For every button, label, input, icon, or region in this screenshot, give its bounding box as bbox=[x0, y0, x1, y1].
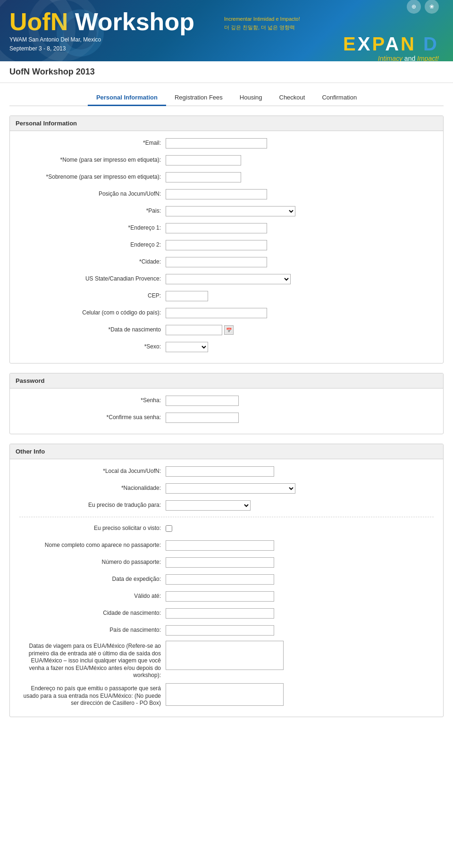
celular-input[interactable] bbox=[166, 308, 267, 318]
pais-label: *Pais: bbox=[19, 207, 166, 215]
cidade-nascimento-label: Cidade de nascimento: bbox=[19, 610, 166, 617]
pais-nascimento-row: País de nascimento: bbox=[19, 624, 434, 637]
page-title: UofN Workshop 2013 bbox=[0, 61, 453, 83]
data-expedicao-input[interactable] bbox=[166, 574, 274, 585]
nome-input[interactable] bbox=[166, 155, 241, 165]
pais-row: *Pais: bbox=[19, 205, 434, 218]
senha-row: *Senha: bbox=[19, 394, 434, 407]
other-info-header: Other Info bbox=[10, 444, 443, 459]
visto-checkbox[interactable] bbox=[166, 525, 172, 532]
endereco2-row: Endereço 2: bbox=[19, 239, 434, 252]
local-jocum-label: *Local da Jocum/UofN: bbox=[19, 468, 166, 475]
email-label: *Email: bbox=[19, 140, 166, 147]
cep-label: CEP: bbox=[19, 292, 166, 300]
numero-passaporte-row: Número do passaporte: bbox=[19, 556, 434, 569]
posicao-row: Posição na Jocum/UofN: bbox=[19, 188, 434, 201]
cidade-row: *Cidade: bbox=[19, 256, 434, 269]
endereco1-row: *Endereço 1: bbox=[19, 222, 434, 235]
us-state-row: US State/Canadian Provence: bbox=[19, 273, 434, 286]
sobrenome-row: *Sobrenome (para ser impresso em etiquet… bbox=[19, 171, 434, 184]
nome-passaporte-row: Nome completo como aparece no passaporte… bbox=[19, 539, 434, 552]
cep-row: CEP: bbox=[19, 289, 434, 303]
tab-personal-information[interactable]: Personal Information bbox=[88, 90, 166, 106]
password-header: Password bbox=[10, 373, 443, 389]
data-expedicao-label: Data de expedição: bbox=[19, 576, 166, 583]
sexo-select[interactable] bbox=[166, 342, 208, 352]
personal-information-section: Personal Information *Email: *Nome (para… bbox=[9, 116, 444, 364]
traducao-select[interactable] bbox=[166, 500, 251, 511]
celular-label: Celular (com o código do país): bbox=[19, 309, 166, 317]
endereco-passaporte-label: Endereço no país que emitiu o passaporte… bbox=[19, 683, 166, 707]
visto-label: Eu preciso solicitar o visto: bbox=[19, 525, 166, 532]
cidade-label: *Cidade: bbox=[19, 258, 166, 266]
nome-row: *Nome (para ser impresso em etiqueta): bbox=[19, 154, 434, 167]
cidade-nascimento-input[interactable] bbox=[166, 608, 274, 619]
data-nascimento-row: *Data de nascimento 📅 bbox=[19, 323, 434, 337]
valido-ate-input[interactable] bbox=[166, 591, 274, 602]
confirme-senha-row: *Confirme sua senha: bbox=[19, 411, 434, 424]
endereco1-label: *Endereço 1: bbox=[19, 224, 166, 232]
tab-housing[interactable]: Housing bbox=[231, 90, 271, 106]
data-nascimento-label: *Data de nascimento bbox=[19, 326, 166, 334]
tabs-nav: Personal Information Registration Fees H… bbox=[9, 83, 444, 106]
password-section: Password *Senha: *Confirme sua senha: bbox=[9, 373, 444, 434]
calendar-icon: 📅 bbox=[226, 328, 232, 333]
confirme-senha-label: *Confirme sua senha: bbox=[19, 414, 166, 422]
pais-nascimento-input[interactable] bbox=[166, 625, 274, 636]
nacionalidade-label: *Nacionalidade: bbox=[19, 485, 166, 492]
section-separator bbox=[19, 517, 434, 517]
personal-info-header: Personal Information bbox=[10, 116, 443, 131]
cidade-input[interactable] bbox=[166, 257, 267, 267]
data-nascimento-input[interactable] bbox=[166, 325, 222, 335]
banner-tagline-korean: 더 깊은 친밀함, 더 넓은 영향력 bbox=[224, 24, 439, 31]
visto-row: Eu preciso solicitar o visto: bbox=[19, 522, 434, 535]
posicao-input[interactable] bbox=[166, 189, 267, 199]
us-state-select[interactable] bbox=[166, 274, 291, 284]
email-input[interactable] bbox=[166, 138, 267, 149]
banner-expand: EXPAN D bbox=[343, 33, 439, 54]
tab-confirmation[interactable]: Confirmation bbox=[313, 90, 365, 106]
datas-viagem-textarea[interactable] bbox=[166, 641, 284, 670]
endereco2-label: Endereço 2: bbox=[19, 241, 166, 249]
senha-label: *Senha: bbox=[19, 397, 166, 405]
banner: UofN Workshop YWAM San Antonio Del Mar, … bbox=[0, 0, 453, 61]
cep-input[interactable] bbox=[166, 291, 208, 301]
nacionalidade-row: *Nacionalidade: bbox=[19, 482, 434, 495]
traducao-row: Eu preciso de tradução para: bbox=[19, 499, 434, 512]
nacionalidade-select[interactable] bbox=[166, 483, 295, 494]
data-expedicao-row: Data de expedição: bbox=[19, 573, 434, 586]
nome-passaporte-label: Nome completo como aparece no passaporte… bbox=[19, 542, 166, 549]
senha-input[interactable] bbox=[166, 396, 239, 406]
valido-ate-label: Válido até: bbox=[19, 593, 166, 600]
valido-ate-row: Válido até: bbox=[19, 590, 434, 603]
traducao-label: Eu preciso de tradução para: bbox=[19, 502, 166, 509]
banner-slogan: Intimacy and Impact! bbox=[224, 55, 439, 62]
sexo-label: *Sexo: bbox=[19, 343, 166, 351]
endereco-passaporte-textarea[interactable] bbox=[166, 683, 284, 706]
endereco1-input[interactable] bbox=[166, 223, 267, 233]
numero-passaporte-input[interactable] bbox=[166, 557, 274, 568]
nome-label: *Nome (para ser impresso em etiqueta): bbox=[19, 157, 166, 164]
numero-passaporte-label: Número do passaporte: bbox=[19, 559, 166, 566]
pais-nascimento-label: País de nascimento: bbox=[19, 627, 166, 634]
banner-icon-globe: ⊕ bbox=[407, 0, 421, 14]
nome-passaporte-input[interactable] bbox=[166, 540, 274, 551]
banner-tagline-spanish: Incrementar Intimidad e Impacto! bbox=[224, 16, 439, 22]
confirme-senha-input[interactable] bbox=[166, 413, 239, 423]
pais-select[interactable] bbox=[166, 206, 295, 216]
endereco2-input[interactable] bbox=[166, 240, 267, 250]
local-jocum-input[interactable] bbox=[166, 466, 274, 477]
other-info-section: Other Info *Local da Jocum/UofN: *Nacion… bbox=[9, 444, 444, 717]
us-state-label: US State/Canadian Provence: bbox=[19, 275, 166, 283]
datas-viagem-row: Datas de viagem para os EUA/México (Refe… bbox=[19, 641, 434, 679]
tab-checkout[interactable]: Checkout bbox=[271, 90, 314, 106]
cidade-nascimento-row: Cidade de nascimento: bbox=[19, 607, 434, 620]
banner-icon-ywam: ❀ bbox=[425, 0, 439, 14]
tab-registration-fees[interactable]: Registration Fees bbox=[166, 90, 231, 106]
sexo-row: *Sexo: bbox=[19, 340, 434, 354]
date-picker-button[interactable]: 📅 bbox=[224, 325, 234, 335]
sobrenome-input[interactable] bbox=[166, 172, 241, 182]
celular-row: Celular (com o código do país): bbox=[19, 306, 434, 320]
endereco-passaporte-row: Endereço no país que emitiu o passaporte… bbox=[19, 683, 434, 707]
posicao-label: Posição na Jocum/UofN: bbox=[19, 190, 166, 198]
